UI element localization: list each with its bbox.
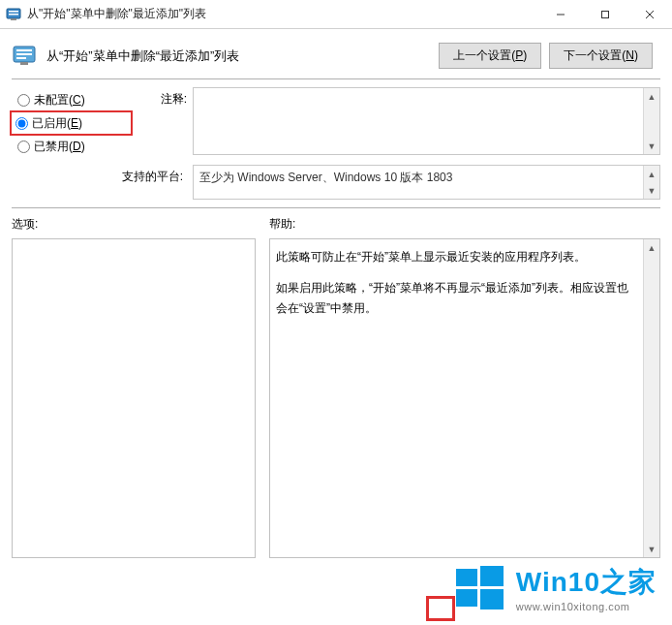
windows-logo-icon (452, 561, 506, 615)
svg-rect-12 (20, 62, 28, 65)
svg-rect-2 (9, 14, 18, 16)
radio-disabled[interactable]: 已禁用(D) (12, 134, 133, 159)
svg-rect-13 (456, 569, 477, 586)
maximize-button[interactable] (583, 0, 627, 28)
options-panel (12, 238, 256, 558)
radio-enabled-input[interactable] (15, 117, 28, 130)
watermark-brand: Win10之家 (516, 564, 657, 601)
svg-rect-11 (16, 57, 26, 59)
previous-setting-button[interactable]: 上一个设置(P) (439, 43, 541, 69)
platform-label: 支持的平台: (12, 165, 187, 185)
scroll-down-icon[interactable]: ▼ (644, 138, 659, 154)
help-paragraph: 如果启用此策略，“开始”菜单将不再显示“最近添加”列表。相应设置也会在“设置”中… (276, 278, 637, 318)
ok-button-highlight (426, 596, 455, 621)
svg-rect-3 (11, 18, 16, 20)
window-title: 从"开始"菜单中删除"最近添加"列表 (27, 6, 538, 22)
header: 从“开始”菜单中删除“最近添加”列表 上一个设置(P) 下一个设置(N) (0, 29, 672, 78)
svg-rect-14 (480, 566, 504, 586)
scrollbar[interactable]: ▲ ▼ (643, 166, 659, 199)
comment-label: 注释: (138, 87, 187, 108)
divider (12, 78, 660, 79)
comment-textarea[interactable] (194, 88, 643, 154)
divider (12, 207, 660, 208)
policy-name: 从“开始”菜单中删除“最近添加”列表 (46, 47, 429, 65)
minimize-button[interactable] (538, 0, 583, 28)
scroll-down-icon[interactable]: ▼ (644, 182, 659, 199)
radio-not-configured[interactable]: 未配置(C) (12, 87, 133, 112)
scroll-up-icon[interactable]: ▲ (644, 239, 659, 256)
scroll-down-icon[interactable]: ▼ (644, 541, 659, 557)
scrollbar[interactable]: ▲ ▼ (643, 239, 659, 557)
policy-icon (12, 44, 37, 69)
options-label: 选项: (12, 216, 256, 233)
supported-on-text: 至少为 Windows Server、Windows 10 版本 1803 (194, 166, 643, 199)
scroll-up-icon[interactable]: ▲ (644, 166, 659, 182)
close-button[interactable] (627, 0, 672, 28)
help-panel: 此策略可防止在“开始”菜单上显示最近安装的应用程序列表。 如果启用此策略，“开始… (269, 238, 660, 558)
radio-disabled-input[interactable] (17, 141, 30, 153)
help-text: 此策略可防止在“开始”菜单上显示最近安装的应用程序列表。 如果启用此策略，“开始… (270, 239, 643, 557)
radio-not-configured-input[interactable] (17, 94, 30, 107)
scroll-up-icon[interactable]: ▲ (644, 88, 659, 105)
radio-enabled[interactable]: 已启用(E) (10, 110, 133, 136)
watermark-url: www.win10xitong.com (516, 601, 630, 612)
scrollbar[interactable]: ▲ ▼ (643, 88, 659, 154)
svg-rect-9 (16, 49, 32, 51)
next-setting-button[interactable]: 下一个设置(N) (549, 43, 653, 69)
supported-on-field: 至少为 Windows Server、Windows 10 版本 1803 ▲ … (193, 165, 660, 200)
watermark: Win10之家 www.win10xitong.com (452, 561, 657, 615)
svg-rect-10 (16, 53, 32, 55)
help-paragraph: 此策略可防止在“开始”菜单上显示最近安装的应用程序列表。 (276, 247, 637, 266)
svg-rect-16 (480, 589, 504, 609)
svg-rect-15 (456, 589, 477, 607)
help-label: 帮助: (269, 216, 660, 233)
svg-rect-1 (9, 11, 18, 13)
comment-field[interactable]: ▲ ▼ (193, 87, 660, 155)
svg-rect-5 (602, 11, 609, 17)
gpedit-icon (6, 7, 21, 22)
titlebar: 从"开始"菜单中删除"最近添加"列表 (0, 0, 672, 29)
